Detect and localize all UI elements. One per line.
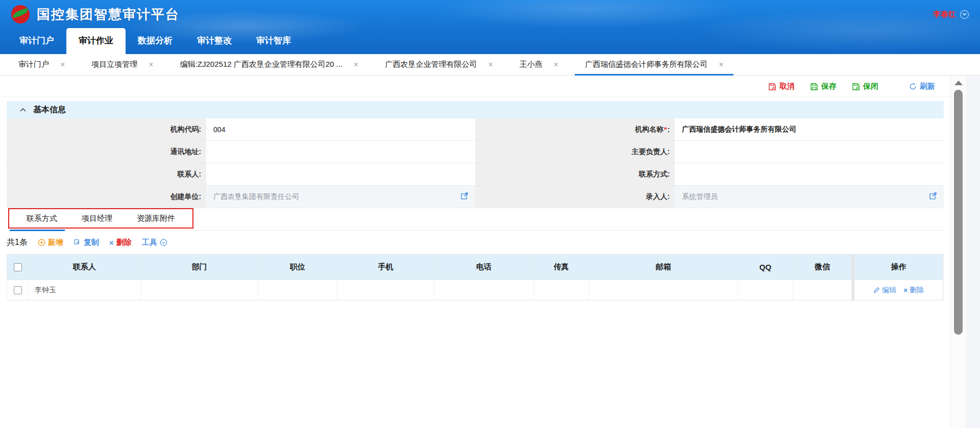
app-logo-icon [11, 5, 30, 23]
nav-item-audit-portal[interactable]: 审计门户 [7, 28, 66, 54]
principal-input[interactable] [675, 141, 944, 163]
doc-tab-edit-zj202512[interactable]: 编辑:ZJ202512 广西农垦企业管理有限公司20 ... × [167, 54, 372, 75]
entry-person-label: 录入人: [475, 186, 675, 208]
org-code-input[interactable]: 004 [206, 118, 475, 141]
main-nav: 审计门户 审计作业 数据分析 审计整改 审计智库 [0, 29, 980, 54]
cancel-button[interactable]: 取消 [768, 82, 795, 91]
close-icon[interactable]: × [554, 60, 558, 69]
app-title: 国控集团智慧审计平台 [37, 6, 180, 23]
active-subtab-underline [10, 230, 65, 231]
create-unit-label: 创建单位: [7, 186, 206, 208]
col-qq: QQ [738, 255, 793, 280]
contact-way-input[interactable] [675, 163, 944, 186]
close-icon[interactable]: × [60, 60, 65, 69]
nav-item-audit-work[interactable]: 审计作业 [66, 28, 126, 54]
copy-button[interactable]: 复制 [74, 238, 99, 247]
basic-info-section-header[interactable]: 基本信息 [7, 101, 944, 118]
refresh-button[interactable]: 刷新 [909, 82, 935, 91]
doc-tab-label: 审计门户 [18, 60, 49, 69]
tools-button[interactable]: 工具 [142, 238, 167, 247]
org-name-input[interactable]: 广西瑞信盛德会计师事务所有限公司 [675, 118, 944, 141]
entry-person-field: 系统管理员 [675, 186, 944, 208]
nav-item-audit-library[interactable]: 审计智库 [244, 28, 303, 54]
address-input[interactable] [206, 141, 475, 163]
row-select-cell [7, 280, 29, 300]
close-icon[interactable]: × [719, 60, 723, 69]
cell-fax [534, 280, 589, 300]
scrollbar-thumb[interactable] [954, 90, 963, 335]
contact-input[interactable] [206, 163, 475, 186]
subtab-project-manager[interactable]: 项目经理 [69, 214, 125, 223]
cancel-label: 取消 [779, 82, 795, 91]
col-fax: 传真 [534, 255, 589, 280]
copy-icon [74, 239, 81, 246]
refresh-icon [909, 83, 917, 90]
save-close-label: 保闭 [863, 82, 878, 91]
row-edit-button[interactable]: 编辑 [873, 286, 896, 295]
doc-tab-gx-ruixin-active[interactable]: 广西瑞信盛德会计师事务所有限公司 × [572, 54, 737, 75]
nav-item-data-analysis[interactable]: 数据分析 [126, 28, 185, 54]
row-delete-button[interactable]: × 删除 [903, 286, 924, 295]
external-link-icon[interactable] [461, 192, 468, 201]
top-banner: 国控集团智慧审计平台 李春红 审计门户 审计作业 数据分析 审计整改 审计智库 [0, 0, 980, 54]
doc-tab-gx-nongken[interactable]: 广西农垦企业管理有限公司 × [372, 54, 506, 75]
cell-wechat [793, 280, 852, 300]
scroll-up-icon[interactable] [954, 81, 963, 85]
doc-tab-wang-xiaoyan[interactable]: 王小燕 × [506, 54, 572, 75]
contact-label: 联系人: [7, 163, 206, 186]
doc-tab-label: 王小燕 [520, 60, 543, 69]
subtab-resource-attachments[interactable]: 资源库附件 [125, 214, 187, 223]
table-row: 李钟玉 编辑 × 删除 [7, 280, 943, 300]
nav-item-audit-rectify[interactable]: 审计整改 [185, 28, 244, 54]
cell-contact: 李钟玉 [29, 280, 141, 300]
add-circle-icon [38, 239, 45, 246]
cell-email [589, 280, 738, 300]
save-icon [810, 83, 818, 91]
subtab-contact-info[interactable]: 联系方式 [14, 214, 69, 223]
add-button[interactable]: 新增 [38, 238, 63, 247]
col-operations: 操作 [852, 255, 943, 280]
edit-pencil-icon [873, 287, 880, 293]
contact-way-label: 联系方式: [475, 163, 675, 186]
user-menu-chevron-icon[interactable] [960, 10, 969, 19]
save-close-icon [852, 83, 860, 91]
refresh-label: 刷新 [920, 82, 935, 91]
close-icon[interactable]: × [149, 60, 153, 69]
doc-tab-project-setup[interactable]: 项目立项管理 × [78, 54, 166, 75]
cancel-save-icon [768, 83, 776, 91]
right-gutter [966, 75, 980, 428]
required-star: * [664, 125, 667, 134]
basic-info-form: 机构代码: 004 机构名称*: 广西瑞信盛德会计师事务所有限公司 通讯地址: … [7, 118, 944, 208]
user-name[interactable]: 李春红 [933, 10, 956, 19]
save-label: 保存 [821, 82, 837, 91]
create-unit-value: 广西农垦集团有限责任公司 [213, 192, 299, 202]
col-contact: 联系人 [29, 255, 141, 280]
delete-x-icon: × [109, 238, 114, 247]
contacts-table: 联系人 部门 职位 手机 电话 传真 邮箱 QQ 微信 操作 李钟玉 [7, 254, 944, 300]
org-name-label: 机构名称*: [475, 118, 675, 141]
select-all-checkbox[interactable] [14, 263, 22, 271]
section-title: 基本信息 [33, 105, 66, 115]
tools-chevron-icon [160, 239, 167, 246]
delete-x-icon: × [903, 286, 908, 294]
doc-tab-audit-portal[interactable]: 审计门户 × [5, 54, 78, 75]
vertical-scrollbar[interactable] [950, 75, 966, 428]
col-department: 部门 [141, 255, 258, 280]
cell-qq [738, 280, 793, 300]
create-unit-field: 广西农垦集团有限责任公司 [206, 186, 475, 208]
collapse-chevron-icon [20, 108, 26, 112]
app-header: 国控集团智慧审计平台 李春红 [0, 0, 980, 29]
save-button[interactable]: 保存 [810, 82, 837, 91]
col-phone: 电话 [434, 255, 534, 280]
col-wechat: 微信 [793, 255, 852, 280]
delete-button[interactable]: × 删除 [109, 238, 132, 247]
select-all-cell [7, 255, 29, 280]
close-icon[interactable]: × [488, 60, 493, 69]
principal-label: 主要负责人: [475, 141, 675, 163]
col-position: 职位 [258, 255, 337, 280]
close-icon[interactable]: × [354, 60, 358, 69]
row-checkbox[interactable] [14, 286, 22, 294]
save-close-button[interactable]: 保闭 [852, 82, 878, 91]
external-link-icon[interactable] [929, 192, 937, 201]
cell-position [258, 280, 337, 300]
